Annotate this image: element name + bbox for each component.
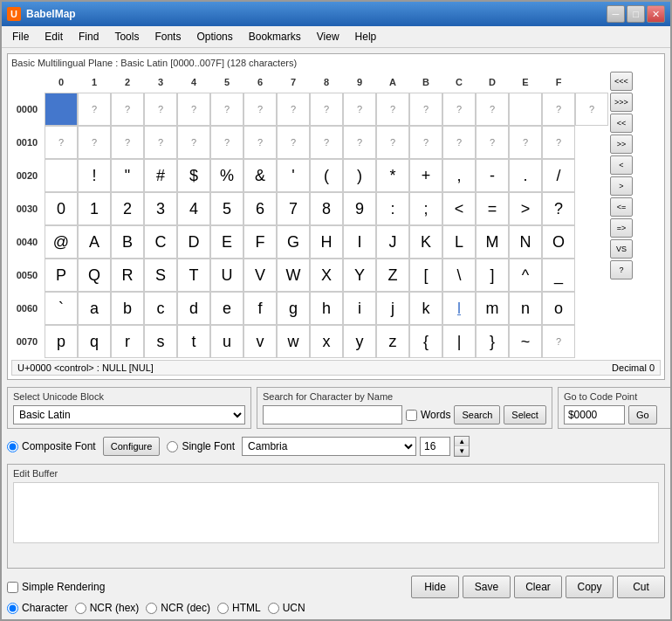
char-cell[interactable]: 8 (310, 192, 343, 225)
char-cell[interactable]: S (144, 259, 177, 292)
char-cell[interactable]: ? (45, 126, 78, 159)
char-cell[interactable]: l (442, 292, 476, 325)
menu-file[interactable]: File (5, 28, 36, 45)
nav-prev-special-button[interactable]: <= (610, 197, 633, 217)
char-cell[interactable]: 9 (343, 192, 376, 225)
char-cell[interactable]: X (310, 259, 343, 292)
char-cell[interactable]: Y (343, 259, 376, 292)
char-cell[interactable]: A (78, 225, 111, 259)
font-size-up-button[interactable]: ▲ (455, 437, 469, 446)
char-cell[interactable]: 1 (78, 192, 111, 225)
cut-button[interactable]: Cut (617, 576, 665, 598)
char-cell[interactable]: T (177, 259, 210, 292)
char-cell[interactable]: C (144, 225, 177, 259)
words-checkbox[interactable] (406, 410, 417, 421)
char-cell[interactable]: ? (144, 93, 177, 126)
char-cell[interactable]: B (111, 225, 144, 259)
char-cell[interactable]: % (210, 159, 243, 192)
menu-tools[interactable]: Tools (107, 28, 146, 45)
char-cell[interactable]: g (277, 292, 310, 325)
nav-prev-block-button[interactable]: << (610, 114, 633, 133)
menu-view[interactable]: View (310, 28, 346, 45)
char-cell[interactable]: ? (343, 93, 376, 126)
char-cell[interactable]: ? (376, 93, 409, 126)
char-cell[interactable]: > (509, 192, 542, 225)
char-cell[interactable]: ' (277, 159, 310, 192)
char-cell[interactable]: # (144, 159, 177, 192)
char-cell[interactable]: ] (476, 259, 509, 292)
char-cell[interactable]: U (210, 259, 243, 292)
char-cell[interactable]: u (210, 325, 243, 358)
char-cell[interactable]: ? (243, 93, 277, 126)
clear-button[interactable]: Clear (514, 576, 562, 598)
char-cell[interactable]: L (442, 225, 476, 259)
char-cell[interactable]: - (476, 159, 509, 192)
char-cell[interactable]: \ (442, 259, 476, 292)
char-cell[interactable]: ? (575, 93, 608, 126)
char-cell[interactable]: ? (177, 126, 210, 159)
unicode-block-select[interactable]: Basic Latin (13, 405, 245, 424)
char-cell[interactable]: ? (542, 93, 575, 126)
char-cell[interactable]: ? (78, 126, 111, 159)
char-cell[interactable]: / (542, 159, 575, 192)
nav-vs-button[interactable]: VS (610, 239, 633, 259)
hide-button[interactable]: Hide (411, 576, 459, 598)
char-cell[interactable]: P (45, 259, 78, 292)
font-select[interactable]: Cambria (242, 437, 416, 456)
ncr-dec-radio[interactable] (146, 603, 157, 614)
char-cell[interactable]: ? (542, 126, 575, 159)
ncr-hex-radio[interactable] (75, 603, 86, 614)
configure-button[interactable]: Configure (103, 437, 161, 456)
char-cell[interactable]: c (144, 292, 177, 325)
char-cell[interactable]: ? (210, 126, 243, 159)
char-cell[interactable]: 6 (243, 192, 277, 225)
char-cell[interactable]: 4 (177, 192, 210, 225)
nav-first-button[interactable]: <<< (610, 72, 633, 91)
char-cell[interactable]: ? (376, 126, 409, 159)
char-cell[interactable]: Z (376, 259, 409, 292)
minimize-button[interactable]: ─ (607, 5, 625, 23)
char-cell[interactable]: ? (243, 126, 277, 159)
char-cell[interactable]: ` (45, 292, 78, 325)
save-button[interactable]: Save (463, 576, 511, 598)
char-cell[interactable]: ? (343, 126, 376, 159)
char-cell[interactable]: R (111, 259, 144, 292)
char-cell[interactable]: : (376, 192, 409, 225)
char-cell[interactable] (45, 93, 78, 126)
char-cell[interactable]: n (509, 292, 542, 325)
char-cell[interactable]: ? (542, 325, 575, 358)
nav-next-block-button[interactable]: >> (610, 135, 633, 154)
char-cell[interactable]: 7 (277, 192, 310, 225)
char-cell[interactable] (45, 159, 78, 192)
ucn-radio[interactable] (268, 603, 279, 614)
composite-font-radio[interactable] (7, 441, 18, 452)
single-font-radio[interactable] (167, 441, 178, 452)
char-cell[interactable]: ? (277, 93, 310, 126)
char-cell[interactable]: D (177, 225, 210, 259)
char-cell[interactable]: e (210, 292, 243, 325)
char-cell[interactable]: M (476, 225, 509, 259)
char-cell[interactable]: z (376, 325, 409, 358)
char-cell[interactable]: ? (111, 93, 144, 126)
char-cell[interactable]: w (277, 325, 310, 358)
char-cell[interactable]: ? (78, 93, 111, 126)
select-button[interactable]: Select (504, 405, 546, 424)
menu-help[interactable]: Help (348, 28, 384, 45)
char-cell[interactable]: i (343, 292, 376, 325)
char-cell[interactable]: ? (210, 93, 243, 126)
char-cell[interactable]: ^ (509, 259, 542, 292)
char-cell[interactable]: ) (343, 159, 376, 192)
char-cell[interactable]: K (409, 225, 442, 259)
menu-bookmarks[interactable]: Bookmarks (242, 28, 308, 45)
char-cell[interactable]: ? (144, 126, 177, 159)
char-cell[interactable]: . (509, 159, 542, 192)
char-cell[interactable]: k (409, 292, 442, 325)
char-cell[interactable]: ( (310, 159, 343, 192)
char-cell[interactable]: ; (409, 192, 442, 225)
char-cell[interactable]: ? (442, 93, 476, 126)
char-cell[interactable]: ? (310, 126, 343, 159)
menu-edit[interactable]: Edit (38, 28, 70, 45)
char-cell[interactable]: W (277, 259, 310, 292)
char-cell[interactable]: f (243, 292, 277, 325)
char-cell[interactable]: [ (409, 259, 442, 292)
